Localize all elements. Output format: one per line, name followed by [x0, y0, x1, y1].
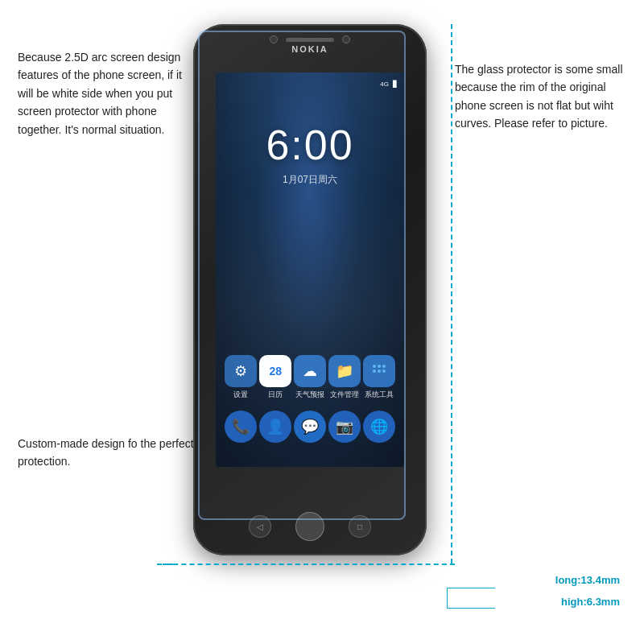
svg-point-2 [373, 369, 376, 373]
settings-icon: ⚙ [225, 355, 257, 387]
app-files: 📁 文件管理 [328, 355, 361, 400]
calendar-label: 日历 [268, 390, 283, 400]
nokia-logo: NOKIA [291, 44, 328, 54]
svg-point-1 [378, 365, 381, 368]
sensor [342, 35, 350, 43]
phone-shell: NOKIA 4G ▊ 6:00 [193, 24, 427, 555]
front-camera [270, 35, 278, 43]
app-grid: ⚙ 设置 28 日历 ☁ 天气预报 [224, 355, 396, 443]
network-indicator: 4G [380, 80, 389, 88]
time-text: 6:00 [266, 122, 353, 168]
left-description-bottom: Custom-made design fo the perfect protec… [18, 435, 195, 471]
weather-icon: ☁ [294, 355, 326, 387]
left-top-text-content: Because 2.5D arc screen design features … [18, 51, 182, 136]
time-display: 6:00 [216, 121, 404, 169]
measure-connector-v [447, 588, 448, 609]
svg-point-0 [373, 365, 376, 368]
measure-connector-h2 [447, 608, 495, 609]
calendar-icon: 28 [259, 355, 291, 387]
recent-button: □ [349, 515, 371, 538]
settings-label: 设置 [233, 390, 248, 400]
battery-icon: ▊ [393, 80, 398, 88]
high-value: high:6.3mm [561, 596, 620, 608]
measure-connector-h [447, 588, 495, 588]
dock-messages: 💬 [294, 411, 326, 443]
right-top-text-content: The glass protector is some small becaus… [455, 63, 623, 130]
dock-browser: 🌐 [363, 411, 395, 443]
phone-nav-bar: ◁ □ [249, 512, 371, 541]
svg-point-5 [382, 369, 386, 373]
status-bar: 4G ▊ [216, 76, 404, 91]
app-weather: ☁ 天气预报 [294, 355, 326, 400]
measurement-line-vertical [451, 24, 452, 564]
svg-point-3 [378, 369, 381, 373]
dock-contacts: 👤 [259, 411, 291, 443]
phone-container: NOKIA 4G ▊ 6:00 [185, 24, 435, 572]
svg-point-4 [382, 365, 386, 368]
app-tools: 系统工具 [363, 355, 395, 400]
measurement-line-horizontal [157, 564, 455, 565]
measure-tick-left [157, 564, 173, 565]
files-label: 文件管理 [330, 390, 359, 400]
dock-row: 📞 👤 💬 📷 🌐 [224, 411, 396, 443]
measure-long-label: long:13.4mm [555, 574, 620, 586]
back-button: ◁ [249, 515, 271, 538]
tools-icon [363, 355, 395, 387]
status-icons: 4G ▊ [380, 80, 398, 88]
files-icon: 📁 [328, 355, 361, 387]
app-calendar: 28 日历 [259, 355, 291, 400]
speaker-grill [286, 38, 334, 42]
long-value: long:13.4mm [555, 574, 620, 586]
dock-phone: 📞 [225, 411, 257, 443]
left-bottom-text-content: Custom-made design fo the perfect protec… [18, 437, 194, 468]
left-description-top: Because 2.5D arc screen design features … [18, 48, 195, 138]
home-button [295, 512, 324, 541]
app-row-1: ⚙ 设置 28 日历 ☁ 天气预报 [224, 355, 396, 400]
phone-top-elements [270, 35, 350, 43]
page-wrapper: Because 2.5D arc screen design features … [0, 0, 644, 644]
app-settings: ⚙ 设置 [225, 355, 257, 400]
measure-high-label: high:6.3mm [561, 596, 620, 608]
date-display: 1月07日周六 [216, 173, 404, 187]
date-text: 1月07日周六 [283, 174, 337, 185]
dock-camera: 📷 [328, 411, 361, 443]
tools-svg [371, 363, 387, 379]
right-description-top: The glass protector is some small becaus… [455, 60, 632, 133]
tools-label: 系统工具 [365, 390, 394, 400]
brand-text: NOKIA [291, 44, 328, 54]
phone-screen: 4G ▊ 6:00 1月07日周六 ⚙ [216, 72, 404, 467]
weather-label: 天气预报 [295, 390, 324, 400]
